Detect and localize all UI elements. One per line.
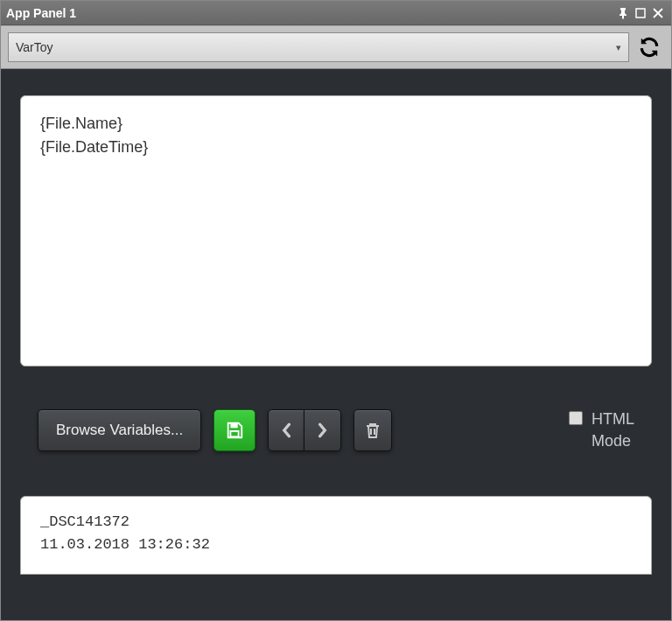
svg-rect-1 bbox=[231, 423, 238, 429]
plugin-dropdown[interactable]: VarToy ▾ bbox=[8, 32, 629, 62]
refresh-button[interactable] bbox=[634, 32, 664, 62]
refresh-icon bbox=[638, 36, 661, 59]
delete-button[interactable] bbox=[354, 409, 392, 451]
html-mode-checkbox[interactable]: HTML Mode bbox=[569, 408, 634, 452]
toolbar: Browse Variables... bbox=[20, 408, 652, 452]
browse-variables-label: Browse Variables... bbox=[56, 422, 183, 439]
checkbox-box bbox=[569, 411, 583, 425]
chevron-left-icon bbox=[280, 422, 292, 438]
chevron-down-icon: ▾ bbox=[616, 42, 621, 53]
chevron-right-icon bbox=[317, 422, 329, 438]
html-mode-label: HTML Mode bbox=[592, 408, 634, 452]
output-panel: _DSC141372 11.03.2018 13:26:32 bbox=[20, 496, 652, 575]
template-editor[interactable]: {File.Name} {File.DateTime} bbox=[20, 95, 652, 366]
trash-icon bbox=[365, 422, 381, 439]
maximize-icon[interactable] bbox=[633, 5, 648, 21]
next-button[interactable] bbox=[304, 409, 341, 451]
browse-variables-button[interactable]: Browse Variables... bbox=[38, 409, 201, 451]
save-icon bbox=[225, 421, 244, 440]
dropdown-selected: VarToy bbox=[16, 40, 53, 54]
pin-icon[interactable] bbox=[615, 5, 631, 21]
nav-button-group bbox=[268, 409, 341, 451]
output-datetime: 11.03.2018 13:26:32 bbox=[40, 534, 632, 556]
window-title: App Panel 1 bbox=[6, 6, 613, 20]
svg-rect-0 bbox=[636, 9, 645, 17]
prev-button[interactable] bbox=[268, 409, 304, 451]
window-titlebar: App Panel 1 bbox=[1, 1, 671, 25]
output-filename: _DSC141372 bbox=[40, 511, 632, 534]
save-button[interactable] bbox=[214, 409, 256, 451]
svg-rect-2 bbox=[231, 431, 239, 436]
close-icon[interactable] bbox=[650, 5, 666, 21]
main-area: {File.Name} {File.DateTime} Browse Varia… bbox=[1, 69, 671, 592]
dropdown-bar: VarToy ▾ bbox=[1, 25, 671, 69]
